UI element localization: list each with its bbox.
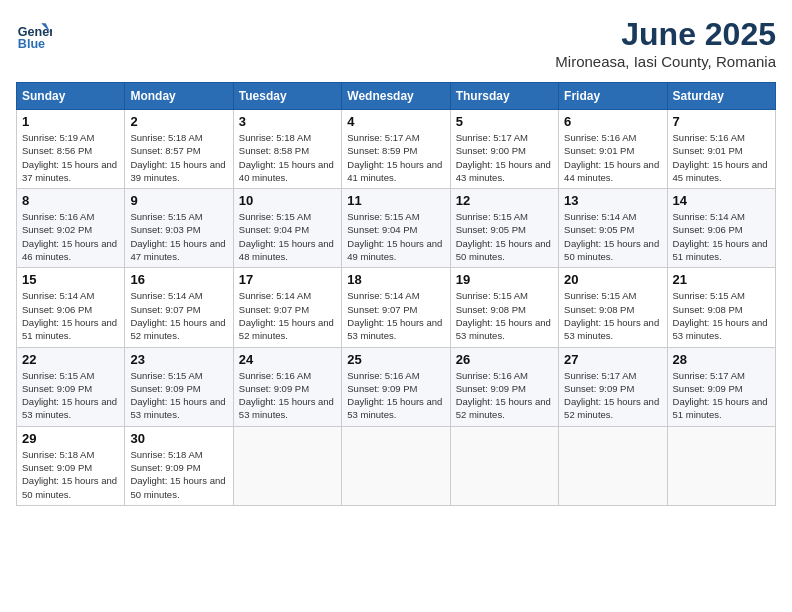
day-number: 2 xyxy=(130,114,227,129)
page-header: General Blue June 2025 Mironeasa, Iasi C… xyxy=(16,16,776,70)
day-info: Sunrise: 5:16 AMSunset: 9:09 PMDaylight:… xyxy=(239,369,336,422)
calendar-day-cell xyxy=(233,426,341,505)
calendar-day-cell: 15Sunrise: 5:14 AMSunset: 9:06 PMDayligh… xyxy=(17,268,125,347)
calendar-day-cell: 14Sunrise: 5:14 AMSunset: 9:06 PMDayligh… xyxy=(667,189,775,268)
calendar-day-cell: 6Sunrise: 5:16 AMSunset: 9:01 PMDaylight… xyxy=(559,110,667,189)
day-info: Sunrise: 5:16 AMSunset: 9:09 PMDaylight:… xyxy=(456,369,553,422)
day-number: 23 xyxy=(130,352,227,367)
day-number: 25 xyxy=(347,352,444,367)
day-info: Sunrise: 5:17 AMSunset: 9:00 PMDaylight:… xyxy=(456,131,553,184)
calendar-day-cell: 4Sunrise: 5:17 AMSunset: 8:59 PMDaylight… xyxy=(342,110,450,189)
day-info: Sunrise: 5:15 AMSunset: 9:05 PMDaylight:… xyxy=(456,210,553,263)
calendar-day-cell: 18Sunrise: 5:14 AMSunset: 9:07 PMDayligh… xyxy=(342,268,450,347)
day-info: Sunrise: 5:19 AMSunset: 8:56 PMDaylight:… xyxy=(22,131,119,184)
day-info: Sunrise: 5:15 AMSunset: 9:08 PMDaylight:… xyxy=(673,289,770,342)
day-info: Sunrise: 5:14 AMSunset: 9:07 PMDaylight:… xyxy=(239,289,336,342)
calendar-day-cell: 5Sunrise: 5:17 AMSunset: 9:00 PMDaylight… xyxy=(450,110,558,189)
calendar-day-cell: 21Sunrise: 5:15 AMSunset: 9:08 PMDayligh… xyxy=(667,268,775,347)
calendar-day-cell: 30Sunrise: 5:18 AMSunset: 9:09 PMDayligh… xyxy=(125,426,233,505)
day-info: Sunrise: 5:14 AMSunset: 9:06 PMDaylight:… xyxy=(22,289,119,342)
calendar-day-cell: 8Sunrise: 5:16 AMSunset: 9:02 PMDaylight… xyxy=(17,189,125,268)
calendar-day-cell: 28Sunrise: 5:17 AMSunset: 9:09 PMDayligh… xyxy=(667,347,775,426)
day-number: 22 xyxy=(22,352,119,367)
calendar-day-cell: 20Sunrise: 5:15 AMSunset: 9:08 PMDayligh… xyxy=(559,268,667,347)
weekday-header: Sunday xyxy=(17,83,125,110)
day-info: Sunrise: 5:16 AMSunset: 9:02 PMDaylight:… xyxy=(22,210,119,263)
weekday-header: Monday xyxy=(125,83,233,110)
day-info: Sunrise: 5:14 AMSunset: 9:06 PMDaylight:… xyxy=(673,210,770,263)
calendar-day-cell: 9Sunrise: 5:15 AMSunset: 9:03 PMDaylight… xyxy=(125,189,233,268)
calendar-day-cell: 12Sunrise: 5:15 AMSunset: 9:05 PMDayligh… xyxy=(450,189,558,268)
calendar-day-cell: 22Sunrise: 5:15 AMSunset: 9:09 PMDayligh… xyxy=(17,347,125,426)
day-number: 29 xyxy=(22,431,119,446)
logo: General Blue xyxy=(16,16,52,52)
weekday-header: Thursday xyxy=(450,83,558,110)
day-number: 16 xyxy=(130,272,227,287)
day-number: 14 xyxy=(673,193,770,208)
day-number: 20 xyxy=(564,272,661,287)
weekday-header: Wednesday xyxy=(342,83,450,110)
day-info: Sunrise: 5:15 AMSunset: 9:08 PMDaylight:… xyxy=(456,289,553,342)
calendar-week-row: 29Sunrise: 5:18 AMSunset: 9:09 PMDayligh… xyxy=(17,426,776,505)
calendar-week-row: 22Sunrise: 5:15 AMSunset: 9:09 PMDayligh… xyxy=(17,347,776,426)
day-info: Sunrise: 5:15 AMSunset: 9:03 PMDaylight:… xyxy=(130,210,227,263)
location-title: Mironeasa, Iasi County, Romania xyxy=(555,53,776,70)
day-info: Sunrise: 5:16 AMSunset: 9:01 PMDaylight:… xyxy=(673,131,770,184)
calendar-day-cell xyxy=(559,426,667,505)
calendar-day-cell: 26Sunrise: 5:16 AMSunset: 9:09 PMDayligh… xyxy=(450,347,558,426)
day-info: Sunrise: 5:17 AMSunset: 9:09 PMDaylight:… xyxy=(673,369,770,422)
calendar-day-cell: 25Sunrise: 5:16 AMSunset: 9:09 PMDayligh… xyxy=(342,347,450,426)
day-number: 21 xyxy=(673,272,770,287)
calendar-day-cell: 7Sunrise: 5:16 AMSunset: 9:01 PMDaylight… xyxy=(667,110,775,189)
day-number: 19 xyxy=(456,272,553,287)
calendar-day-cell: 11Sunrise: 5:15 AMSunset: 9:04 PMDayligh… xyxy=(342,189,450,268)
day-info: Sunrise: 5:17 AMSunset: 9:09 PMDaylight:… xyxy=(564,369,661,422)
calendar-day-cell: 16Sunrise: 5:14 AMSunset: 9:07 PMDayligh… xyxy=(125,268,233,347)
day-number: 4 xyxy=(347,114,444,129)
weekday-header: Friday xyxy=(559,83,667,110)
day-number: 10 xyxy=(239,193,336,208)
day-number: 30 xyxy=(130,431,227,446)
day-info: Sunrise: 5:14 AMSunset: 9:07 PMDaylight:… xyxy=(130,289,227,342)
day-number: 13 xyxy=(564,193,661,208)
day-number: 28 xyxy=(673,352,770,367)
day-number: 3 xyxy=(239,114,336,129)
day-number: 1 xyxy=(22,114,119,129)
title-area: June 2025 Mironeasa, Iasi County, Romani… xyxy=(555,16,776,70)
day-number: 7 xyxy=(673,114,770,129)
weekday-header: Tuesday xyxy=(233,83,341,110)
weekday-header: Saturday xyxy=(667,83,775,110)
svg-text:Blue: Blue xyxy=(18,37,45,51)
day-number: 26 xyxy=(456,352,553,367)
calendar-day-cell xyxy=(342,426,450,505)
calendar-day-cell: 1Sunrise: 5:19 AMSunset: 8:56 PMDaylight… xyxy=(17,110,125,189)
day-info: Sunrise: 5:15 AMSunset: 9:09 PMDaylight:… xyxy=(22,369,119,422)
day-info: Sunrise: 5:14 AMSunset: 9:07 PMDaylight:… xyxy=(347,289,444,342)
day-number: 6 xyxy=(564,114,661,129)
calendar-week-row: 15Sunrise: 5:14 AMSunset: 9:06 PMDayligh… xyxy=(17,268,776,347)
calendar-day-cell: 29Sunrise: 5:18 AMSunset: 9:09 PMDayligh… xyxy=(17,426,125,505)
day-number: 27 xyxy=(564,352,661,367)
day-info: Sunrise: 5:15 AMSunset: 9:09 PMDaylight:… xyxy=(130,369,227,422)
day-info: Sunrise: 5:16 AMSunset: 9:09 PMDaylight:… xyxy=(347,369,444,422)
calendar-week-row: 8Sunrise: 5:16 AMSunset: 9:02 PMDaylight… xyxy=(17,189,776,268)
calendar-day-cell: 23Sunrise: 5:15 AMSunset: 9:09 PMDayligh… xyxy=(125,347,233,426)
day-info: Sunrise: 5:18 AMSunset: 8:57 PMDaylight:… xyxy=(130,131,227,184)
day-number: 5 xyxy=(456,114,553,129)
calendar-day-cell: 27Sunrise: 5:17 AMSunset: 9:09 PMDayligh… xyxy=(559,347,667,426)
calendar-day-cell: 13Sunrise: 5:14 AMSunset: 9:05 PMDayligh… xyxy=(559,189,667,268)
day-number: 18 xyxy=(347,272,444,287)
day-info: Sunrise: 5:15 AMSunset: 9:04 PMDaylight:… xyxy=(239,210,336,263)
calendar-day-cell: 3Sunrise: 5:18 AMSunset: 8:58 PMDaylight… xyxy=(233,110,341,189)
calendar-day-cell xyxy=(450,426,558,505)
day-info: Sunrise: 5:16 AMSunset: 9:01 PMDaylight:… xyxy=(564,131,661,184)
day-info: Sunrise: 5:17 AMSunset: 8:59 PMDaylight:… xyxy=(347,131,444,184)
calendar-day-cell xyxy=(667,426,775,505)
day-number: 24 xyxy=(239,352,336,367)
day-info: Sunrise: 5:18 AMSunset: 9:09 PMDaylight:… xyxy=(22,448,119,501)
calendar-day-cell: 2Sunrise: 5:18 AMSunset: 8:57 PMDaylight… xyxy=(125,110,233,189)
calendar-day-cell: 19Sunrise: 5:15 AMSunset: 9:08 PMDayligh… xyxy=(450,268,558,347)
day-info: Sunrise: 5:18 AMSunset: 8:58 PMDaylight:… xyxy=(239,131,336,184)
day-number: 11 xyxy=(347,193,444,208)
day-info: Sunrise: 5:15 AMSunset: 9:04 PMDaylight:… xyxy=(347,210,444,263)
